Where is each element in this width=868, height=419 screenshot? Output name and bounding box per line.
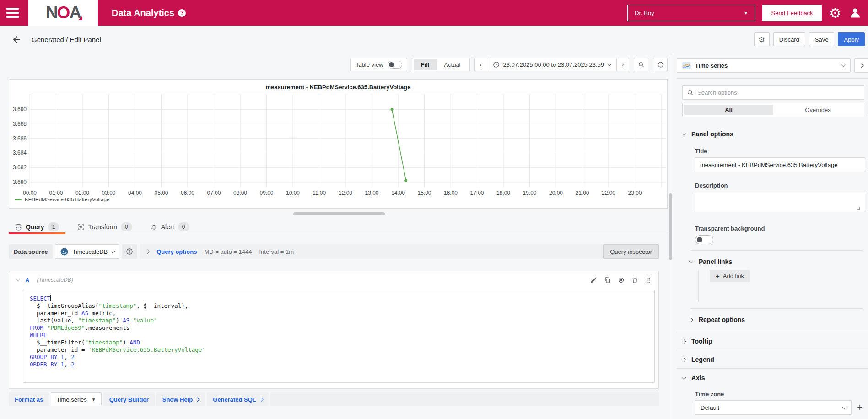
section-repeat-options[interactable]: Repeat options bbox=[677, 316, 868, 323]
query-footer-row: Format as Time series ▼ Query Builder Sh… bbox=[9, 392, 659, 406]
save-button[interactable]: Save bbox=[809, 32, 835, 46]
interval-value: Interval = 1m bbox=[259, 248, 294, 255]
caret-down-icon bbox=[607, 62, 612, 66]
svg-text:3.688: 3.688 bbox=[13, 121, 27, 127]
table-view-switch[interactable] bbox=[388, 61, 402, 69]
apply-button[interactable]: Apply bbox=[838, 32, 865, 46]
query-builder-button[interactable]: Query Builder bbox=[103, 392, 155, 406]
chart-title: measurement - KEBPdMService.635.BatteryV… bbox=[9, 84, 667, 91]
user-dropdown[interactable]: Dr. Boy ▼ bbox=[627, 5, 755, 21]
svg-text:00:00: 00:00 bbox=[23, 190, 37, 196]
show-help-button[interactable]: Show Help bbox=[156, 392, 205, 406]
time-zone-select[interactable]: Default bbox=[695, 400, 852, 415]
svg-text:07:00: 07:00 bbox=[207, 190, 221, 196]
svg-text:14:00: 14:00 bbox=[391, 190, 405, 196]
divider bbox=[677, 332, 868, 332]
bell-icon bbox=[151, 224, 157, 231]
chart-plot[interactable]: 3.6903.6883.6863.6843.6823.68000:0001:00… bbox=[9, 93, 667, 199]
tab-all[interactable]: All bbox=[684, 105, 773, 115]
settings-gear-icon[interactable]: ⚙ bbox=[829, 5, 841, 21]
collapse-caret-icon[interactable] bbox=[16, 277, 21, 282]
caret-down-icon: ▼ bbox=[744, 11, 748, 16]
search-options-input[interactable] bbox=[697, 89, 860, 96]
chart-panel: measurement - KEBPdMService.635.BatteryV… bbox=[9, 79, 668, 209]
query-options-link[interactable]: Query options bbox=[156, 248, 197, 255]
section-panel-links[interactable]: Panel links bbox=[677, 258, 868, 265]
svg-text:22:00: 22:00 bbox=[602, 190, 615, 196]
sql-code-editor[interactable]: SELECT $__timeGroupAlias("timestamp", $_… bbox=[23, 290, 655, 383]
time-shift-back-button[interactable]: ‹ bbox=[475, 58, 487, 71]
divider bbox=[690, 308, 863, 309]
format-select[interactable]: Time series ▼ bbox=[51, 392, 102, 406]
zoom-out-button[interactable] bbox=[634, 58, 648, 71]
actual-option[interactable]: Actual bbox=[437, 59, 468, 70]
query-editor-panel: A (TimescaleDB) SELECT $__timeGroupAlias… bbox=[9, 271, 659, 389]
time-range-button[interactable]: 23.07.2025 00:00 to 23.07.2025 23:59 bbox=[487, 58, 617, 71]
transparent-bg-toggle[interactable] bbox=[695, 235, 713, 244]
subsection-rule bbox=[698, 270, 699, 302]
query-row-header[interactable]: A (TimescaleDB) bbox=[9, 271, 658, 289]
hamburger-menu-icon[interactable] bbox=[0, 0, 23, 26]
noa-logo[interactable]: NOA bbox=[28, 0, 98, 26]
discard-button[interactable]: Discard bbox=[773, 32, 805, 46]
refresh-button[interactable] bbox=[653, 58, 668, 71]
fill-option[interactable]: Fill bbox=[414, 59, 437, 70]
svg-text:15:00: 15:00 bbox=[417, 190, 431, 196]
app-header: NOA Data Analytics ? Dr. Boy ▼ Send Feed… bbox=[0, 0, 868, 26]
datasource-picker[interactable]: TimescaleDB bbox=[55, 244, 119, 259]
panel-title-input[interactable] bbox=[695, 157, 865, 172]
svg-text:3.684: 3.684 bbox=[13, 150, 27, 156]
horizontal-scrollbar[interactable] bbox=[293, 212, 385, 215]
table-view-toggle[interactable]: Table view bbox=[350, 58, 407, 71]
edit-pencil-icon[interactable] bbox=[590, 277, 597, 284]
divider bbox=[677, 350, 868, 350]
panel-settings-gear-button[interactable]: ⚙ bbox=[754, 32, 770, 46]
section-tooltip[interactable]: Tooltip bbox=[677, 338, 868, 345]
footer-filler bbox=[270, 392, 659, 406]
generated-sql-button[interactable]: Generated SQL bbox=[207, 392, 269, 406]
tab-overrides[interactable]: Overrides bbox=[773, 105, 863, 115]
time-zone-label: Time zone bbox=[677, 391, 868, 398]
help-icon[interactable]: ? bbox=[178, 9, 186, 17]
transform-icon bbox=[77, 224, 84, 231]
send-feedback-button[interactable]: Send Feedback bbox=[762, 5, 822, 21]
query-ref-letter: A bbox=[25, 277, 29, 284]
timeseries-viz-icon bbox=[682, 62, 691, 69]
section-legend[interactable]: Legend bbox=[677, 356, 868, 363]
trash-icon[interactable] bbox=[631, 277, 638, 284]
tab-transform[interactable]: Transform 0 bbox=[71, 220, 138, 234]
chart-legend[interactable]: KEBPdMService.635.BatteryVoltage bbox=[15, 197, 109, 202]
datasource-help-button[interactable] bbox=[122, 244, 137, 259]
svg-text:3.686: 3.686 bbox=[13, 135, 27, 142]
chevron-right-icon bbox=[146, 249, 150, 254]
transform-count-badge: 0 bbox=[121, 222, 132, 231]
vertical-scrollbar[interactable] bbox=[669, 193, 672, 260]
disable-eye-icon[interactable] bbox=[618, 277, 625, 284]
panel-description-textarea[interactable] bbox=[695, 192, 865, 212]
svg-text:3.690: 3.690 bbox=[13, 106, 27, 113]
visualization-picker[interactable]: Time series bbox=[677, 58, 851, 73]
time-range-picker: ‹ 23.07.2025 00:00 to 23.07.2025 23:59 › bbox=[474, 58, 629, 71]
tab-query[interactable]: Query 1 bbox=[9, 220, 65, 234]
section-axis[interactable]: Axis bbox=[677, 374, 868, 381]
format-as-label[interactable]: Format as bbox=[9, 392, 49, 406]
drag-handle-icon[interactable] bbox=[645, 277, 651, 284]
svg-text:13:00: 13:00 bbox=[365, 190, 378, 196]
section-panel-options[interactable]: Panel options bbox=[677, 130, 868, 138]
back-arrow-icon[interactable] bbox=[12, 35, 22, 44]
add-link-button[interactable]: + Add link bbox=[710, 270, 750, 282]
options-search[interactable] bbox=[682, 85, 864, 100]
query-options-bar: Query options MD = auto = 1444 Interval … bbox=[140, 244, 659, 259]
duplicate-copy-icon[interactable] bbox=[604, 277, 611, 284]
user-profile-icon[interactable] bbox=[849, 6, 862, 19]
tab-alert[interactable]: Alert 0 bbox=[144, 220, 196, 234]
collapse-options-button[interactable] bbox=[854, 58, 868, 73]
legend-series-label: KEBPdMService.635.BatteryVoltage bbox=[25, 197, 109, 202]
time-shift-forward-button[interactable]: › bbox=[617, 58, 629, 71]
title-field-label: Title bbox=[677, 148, 868, 155]
svg-text:10:00: 10:00 bbox=[286, 190, 300, 196]
svg-text:06:00: 06:00 bbox=[181, 190, 194, 196]
query-inspector-button[interactable]: Query inspector bbox=[603, 244, 659, 259]
zoom-out-icon bbox=[638, 61, 645, 68]
add-time-zone-button[interactable]: + bbox=[857, 403, 863, 412]
